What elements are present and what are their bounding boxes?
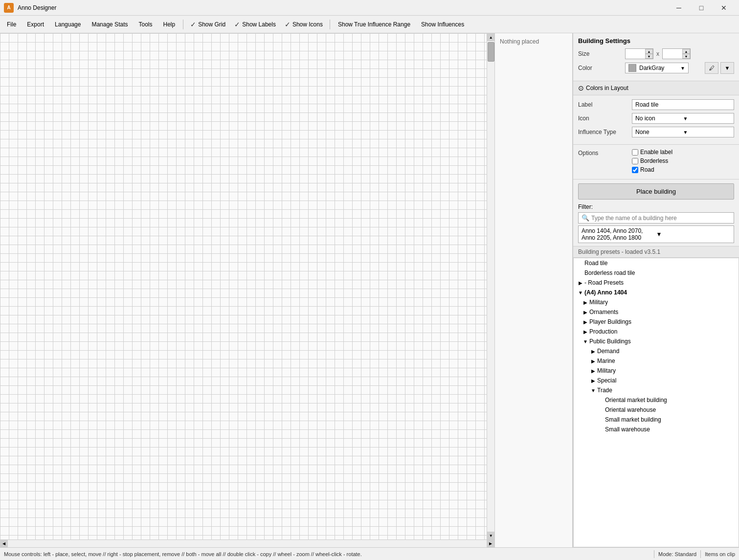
label-road-presets: - Road Presets: [584, 279, 624, 286]
search-box: 🔍: [578, 212, 734, 224]
statusbar-sep-1: [654, 550, 654, 558]
scroll-left-button[interactable]: ◀: [0, 540, 8, 547]
tree-item-borderless-road-tile[interactable]: Borderless road tile: [574, 268, 739, 278]
enable-label-checkbox[interactable]: [632, 149, 638, 156]
menu-help[interactable]: Help: [158, 19, 180, 30]
color-dropper-button[interactable]: ▼: [720, 62, 734, 74]
tree-item-special[interactable]: ▶ Special: [574, 376, 739, 385]
hscroll-track[interactable]: [8, 540, 487, 547]
tree-item-oriental-market[interactable]: Oriental market building: [574, 395, 739, 405]
borderless-checkbox[interactable]: [632, 158, 638, 164]
vscroll-thumb[interactable]: [488, 42, 494, 62]
maximize-button[interactable]: □: [690, 0, 713, 16]
label-icon-section: Label Icon No icon ▼ Influence Type None…: [573, 95, 739, 145]
tree-item-marine[interactable]: ▶ Marine: [574, 356, 739, 366]
label-field-label: Label: [578, 101, 632, 108]
size-label: Size: [578, 50, 622, 57]
arrow-military-sub: ▶: [589, 368, 597, 374]
label-input[interactable]: [632, 99, 734, 110]
tree-item-small-warehouse[interactable]: Small warehouse: [574, 425, 739, 434]
toggle-show-icons[interactable]: ✓ Show Icons: [281, 19, 327, 30]
statusbar: Mouse controls: left - place, select, mo…: [0, 547, 739, 560]
arrow-special: ▶: [589, 378, 597, 383]
tree-item-trade[interactable]: ▼ Trade: [574, 385, 739, 395]
label-small-warehouse: Small warehouse: [605, 426, 650, 433]
label-demand: Demand: [597, 348, 619, 355]
color-pick-button[interactable]: 🖊: [705, 62, 718, 74]
size-height-up[interactable]: ▲: [682, 49, 690, 54]
label-anno-1404: (A4) Anno 1404: [584, 289, 627, 296]
label-military: Military: [589, 299, 608, 306]
tree-view[interactable]: Road tile Borderless road tile ▶ - Road …: [573, 258, 739, 547]
tree-item-production[interactable]: ▶ Production: [574, 327, 739, 336]
influence-type-arrow: ▼: [683, 130, 731, 135]
vscroll-track[interactable]: [487, 41, 494, 532]
size-width-input[interactable]: 1: [626, 49, 645, 58]
close-button[interactable]: ✕: [713, 0, 735, 16]
vertical-scrollbar[interactable]: ▲ ▼: [487, 33, 494, 539]
right-panel: Building Settings Size 1 ▲ ▼ x 1 ▲ ▼: [573, 33, 739, 547]
size-width-down[interactable]: ▼: [645, 54, 653, 59]
colors-in-layout-header[interactable]: ⊙ Colors in Layout: [573, 81, 739, 95]
tree-item-military-sub[interactable]: ▶ Military: [574, 366, 739, 376]
menu-file[interactable]: File: [2, 19, 21, 30]
borderless-row: Borderless: [632, 157, 672, 164]
color-label: Color: [578, 65, 622, 71]
search-input[interactable]: [591, 215, 731, 222]
nothing-placed-label: Nothing placed: [500, 38, 539, 45]
road-checkbox[interactable]: [632, 167, 638, 173]
place-building-button[interactable]: Place building: [578, 183, 734, 200]
size-height-spinbox[interactable]: 1 ▲ ▼: [662, 48, 691, 59]
show-labels-checkmark: ✓: [234, 21, 240, 28]
show-icons-label: Show Icons: [292, 21, 323, 28]
icon-dropdown[interactable]: No icon ▼: [632, 113, 734, 124]
size-width-up[interactable]: ▲: [645, 49, 653, 54]
tree-item-road-tile[interactable]: Road tile: [574, 258, 739, 268]
arrow-road-presets: ▶: [577, 280, 584, 286]
size-row: Size 1 ▲ ▼ x 1 ▲ ▼: [578, 48, 734, 59]
show-labels-label: Show Labels: [242, 21, 276, 28]
size-width-spinbox[interactable]: 1 ▲ ▼: [625, 48, 653, 59]
menu-manage-stats[interactable]: Manage Stats: [87, 19, 133, 30]
menu-tools[interactable]: Tools: [134, 19, 157, 30]
label-public-buildings: Public Buildings: [589, 338, 631, 345]
color-dropdown[interactable]: DarkGray ▼: [625, 63, 689, 73]
horizontal-scrollbar[interactable]: ◀ ▶: [0, 539, 494, 547]
tree-item-public-buildings[interactable]: ▼ Public Buildings: [574, 336, 739, 346]
tree-item-anno-1404[interactable]: ▼ (A4) Anno 1404: [574, 288, 739, 297]
influence-type-value: None: [635, 129, 683, 135]
game-filter-dropdown[interactable]: Anno 1404, Anno 2070, Anno 2205, Anno 18…: [578, 225, 734, 243]
grid-canvas[interactable]: [0, 33, 487, 539]
tree-item-demand[interactable]: ▶ Demand: [574, 346, 739, 356]
label-production: Production: [589, 328, 617, 335]
road-text: Road: [640, 166, 654, 173]
arrow-production: ▶: [582, 329, 589, 335]
label-road-tile: Road tile: [584, 260, 607, 267]
statusbar-mode: Mode: Standard: [658, 551, 696, 557]
size-height-input[interactable]: 1: [663, 49, 682, 58]
scroll-down-button[interactable]: ▼: [487, 532, 494, 539]
menu-export[interactable]: Export: [22, 19, 49, 30]
scroll-up-button[interactable]: ▲: [487, 33, 494, 41]
statusbar-sep-2: [700, 550, 701, 558]
tree-item-ornaments[interactable]: ▶ Ornaments: [574, 307, 739, 317]
colors-in-layout-label: Colors in Layout: [586, 85, 628, 91]
influence-type-dropdown[interactable]: None ▼: [632, 127, 734, 137]
icon-dropdown-arrow: ▼: [683, 116, 731, 121]
search-icon: 🔍: [582, 214, 589, 222]
size-height-down[interactable]: ▼: [682, 54, 690, 59]
tree-item-oriental-warehouse[interactable]: Oriental warehouse: [574, 405, 739, 415]
tree-item-road-presets[interactable]: ▶ - Road Presets: [574, 278, 739, 288]
tree-item-player-buildings[interactable]: ▶ Player Buildings: [574, 317, 739, 327]
tree-item-small-market[interactable]: Small market building: [574, 415, 739, 425]
menu-influences[interactable]: Show Influences: [416, 19, 469, 30]
road-row: Road: [632, 166, 672, 173]
toggle-show-grid[interactable]: ✓ Show Grid: [186, 19, 229, 30]
minimize-button[interactable]: ─: [668, 0, 690, 16]
tree-item-military[interactable]: ▶ Military: [574, 297, 739, 307]
show-icons-checkmark: ✓: [285, 21, 291, 28]
menu-language[interactable]: Language: [50, 19, 86, 30]
menu-true-influence[interactable]: Show True Influence Range: [333, 19, 415, 30]
scroll-right-button[interactable]: ▶: [487, 540, 494, 547]
toggle-show-labels[interactable]: ✓ Show Labels: [230, 19, 280, 30]
